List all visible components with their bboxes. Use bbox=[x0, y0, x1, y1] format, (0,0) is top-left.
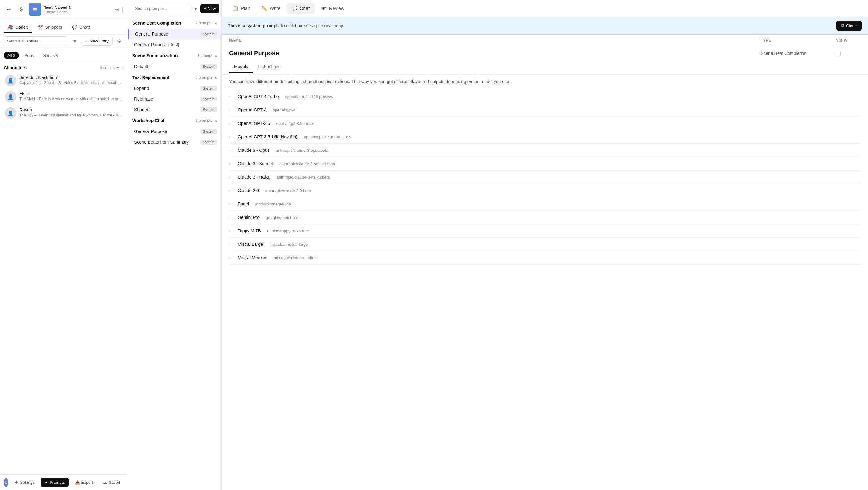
user-avatar[interactable]: U bbox=[4, 478, 8, 487]
new-prompt-label: New bbox=[208, 6, 216, 11]
model-name: Mistral Large bbox=[238, 242, 263, 247]
collapse-sidebar-icon[interactable]: ⇥ bbox=[115, 6, 119, 12]
search-input[interactable] bbox=[4, 36, 67, 46]
collapse-characters-button[interactable]: ∧ bbox=[121, 65, 124, 70]
model-row[interactable]: › OpenAI GPT-4 Turbo openai/gpt-4-1106-p… bbox=[229, 90, 861, 104]
entry-settings-button[interactable]: ⚙ bbox=[115, 37, 124, 46]
prompt-name-general-purpose-test: General Purpose (Test) bbox=[134, 42, 179, 47]
sidebar-item-codex[interactable]: 📚 Codex bbox=[4, 22, 32, 33]
sidebar-item-chats[interactable]: 💬 Chats bbox=[68, 22, 95, 33]
model-chevron-icon: › bbox=[229, 215, 234, 219]
new-prompt-button[interactable]: + New bbox=[200, 4, 220, 13]
group-header-scene-beat[interactable]: Scene Beat Completion 2 prompts ∧ bbox=[128, 18, 221, 29]
nsfw-checkbox[interactable] bbox=[836, 51, 841, 56]
system-prompt-banner: This is a system prompt. To edit it, cre… bbox=[221, 17, 868, 35]
filter-tab-series[interactable]: Series 3 bbox=[39, 52, 61, 59]
chevron-up-icon-sum: ∧ bbox=[215, 54, 217, 57]
group-header-text-rep[interactable]: Text Replacement 3 prompts ∧ bbox=[128, 72, 221, 83]
model-chevron-icon: › bbox=[229, 189, 234, 192]
nav-tab-plan[interactable]: 📋 Plan bbox=[228, 3, 255, 14]
nav-tab-write[interactable]: ✏️ Write bbox=[256, 3, 285, 14]
top-nav-tabs: 📋 Plan ✏️ Write 💬 Chat 👁️ Review bbox=[228, 3, 349, 14]
model-id: jondurbin/bagel-34b bbox=[255, 202, 291, 206]
character-desc-elsie: The Maid – Elsie is a young woman with a… bbox=[19, 97, 123, 101]
prompt-item-expand[interactable]: Expand System bbox=[128, 83, 221, 94]
system-badge-expand: System bbox=[200, 86, 217, 91]
settings-bottom-button[interactable]: ⚙ Settings bbox=[11, 478, 38, 487]
settings-gear-button[interactable]: ⚙ bbox=[16, 4, 26, 15]
model-id: openai/gpt-3.5-turbo bbox=[276, 121, 313, 126]
prompt-item-rephrase[interactable]: Rephrase System bbox=[128, 94, 221, 104]
plan-label: Plan bbox=[241, 6, 250, 11]
prompts-bottom-button[interactable]: ✦ Prompts bbox=[41, 478, 68, 487]
model-name: Toppy M 7B bbox=[238, 228, 261, 233]
model-row[interactable]: › OpenAI GPT-4 openai/gpt-4 bbox=[229, 104, 861, 117]
model-chevron-icon: › bbox=[229, 202, 234, 206]
review-label: Review bbox=[329, 6, 344, 11]
group-meta-text-rep: 3 prompts ∧ bbox=[196, 75, 217, 80]
export-bottom-icon: 📤 bbox=[75, 480, 80, 485]
tab-instructions[interactable]: Instructions bbox=[253, 61, 285, 73]
prompt-item-general-purpose[interactable]: General Purpose System bbox=[128, 29, 221, 39]
group-header-workshop[interactable]: Workshop Chat 2 prompts ∧ bbox=[128, 115, 221, 126]
export-bottom-button[interactable]: 📤 Export bbox=[71, 478, 97, 487]
model-id: openai/gpt-4 bbox=[273, 108, 295, 112]
model-row[interactable]: › OpenAI GPT-3.5 16k (Nov 6th) openai/gp… bbox=[229, 130, 861, 144]
model-id: undi95/toppy-m-7b:free bbox=[267, 229, 309, 233]
group-header-scene-sum[interactable]: Scene Summarization 1 prompt ∧ bbox=[128, 50, 221, 61]
nav-tab-chat[interactable]: 💬 Chat bbox=[287, 3, 315, 14]
model-row[interactable]: › OpenAI GPT-3.5 openai/gpt-3.5-turbo bbox=[229, 117, 861, 130]
model-row[interactable]: › Claude 3 - Haiku anthropic/claude-3-ha… bbox=[229, 171, 861, 184]
character-name-blackthorn: Sir Aldric Blackthorn bbox=[19, 75, 123, 80]
divider-icon: | bbox=[122, 6, 123, 13]
models-section: You can have different model settings sh… bbox=[221, 73, 868, 490]
search-prompts-input[interactable] bbox=[132, 4, 191, 13]
character-item-blackthorn[interactable]: 👤 Sir Aldric Blackthorn Captain of the G… bbox=[1, 73, 126, 89]
prompt-type-value: Scene Beat Completion bbox=[761, 51, 836, 56]
filter-tab-all[interactable]: All 3 bbox=[4, 52, 19, 59]
model-chevron-icon: › bbox=[229, 162, 234, 166]
model-name: Mistral Medium bbox=[238, 255, 268, 260]
prompt-item-scene-beats-sum[interactable]: Scene Beats from Summary System bbox=[128, 137, 221, 147]
saved-bottom-button[interactable]: ☁ Saved bbox=[99, 478, 124, 487]
top-nav: 📋 Plan ✏️ Write 💬 Chat 👁️ Review bbox=[221, 0, 868, 17]
plan-icon: 📋 bbox=[233, 6, 239, 11]
character-item-raven[interactable]: 👤 Raven The Spy – Raven is a slender and… bbox=[1, 105, 126, 121]
add-character-button[interactable]: + bbox=[116, 65, 119, 70]
model-row[interactable]: › Gemini Pro google/gemini-pro bbox=[229, 211, 861, 224]
model-row[interactable]: › Claude 2.0 anthropic/claude-2.0:beta bbox=[229, 184, 861, 197]
character-info-elsie: Elsie The Maid – Elsie is a young woman … bbox=[19, 91, 123, 101]
model-chevron-icon: › bbox=[229, 121, 234, 125]
model-id: mistralai/mistral-large bbox=[269, 242, 308, 247]
clone-icon: ⧉ bbox=[841, 23, 844, 28]
prompt-item-workshop-gp[interactable]: General Purpose System bbox=[128, 126, 221, 137]
model-row[interactable]: › Toppy M 7B undi95/toppy-m-7b:free bbox=[229, 224, 861, 238]
filter-button[interactable]: ▼ bbox=[70, 36, 79, 46]
model-row[interactable]: › Claude 3 - Sonnet anthropic/claude-3-s… bbox=[229, 157, 861, 171]
model-row[interactable]: › Bagel jondurbin/bagel-34b bbox=[229, 197, 861, 211]
model-chevron-icon: › bbox=[229, 175, 234, 179]
filter-tab-book[interactable]: Book bbox=[21, 52, 38, 59]
model-chevron-icon: › bbox=[229, 135, 234, 139]
characters-section-right: 3 entries + ∧ bbox=[100, 65, 124, 70]
model-row[interactable]: › Mistral Large mistralai/mistral-large bbox=[229, 238, 861, 251]
prompt-item-default[interactable]: Default System bbox=[128, 61, 221, 72]
new-entry-button[interactable]: + New Entry bbox=[82, 36, 113, 46]
model-row[interactable]: › Claude 3 - Opus anthropic/claude-3-opu… bbox=[229, 144, 861, 157]
nav-tab-review[interactable]: 👁️ Review bbox=[316, 3, 349, 14]
character-desc-blackthorn: Captain of the Guard – Sir Aldric Blackt… bbox=[19, 81, 123, 85]
back-button[interactable]: ← bbox=[4, 4, 14, 15]
tab-models[interactable]: Models bbox=[229, 61, 253, 73]
prompts-bottom-icon: ✦ bbox=[44, 480, 48, 485]
character-item-elsie[interactable]: 👤 Elsie The Maid – Elsie is a young woma… bbox=[1, 89, 126, 105]
prompt-item-shorten[interactable]: Shorten System bbox=[128, 104, 221, 115]
character-info-raven: Raven The Spy – Raven is a slender and a… bbox=[19, 108, 123, 117]
prompt-item-general-purpose-test[interactable]: General Purpose (Test) System bbox=[128, 39, 221, 50]
clone-button[interactable]: ⧉ Clone bbox=[836, 21, 862, 31]
sidebar-item-snippets[interactable]: ✂️ Snippets bbox=[33, 22, 66, 33]
prompts-filter-button[interactable]: ▼ bbox=[193, 4, 198, 13]
search-bar: ▼ + New Entry ⚙ bbox=[0, 33, 128, 49]
project-subtitle: Tutorial Series bbox=[44, 10, 112, 15]
model-row[interactable]: › Mistral Medium mistralai/mistral-mediu… bbox=[229, 251, 861, 264]
chats-icon: 💬 bbox=[72, 25, 78, 30]
